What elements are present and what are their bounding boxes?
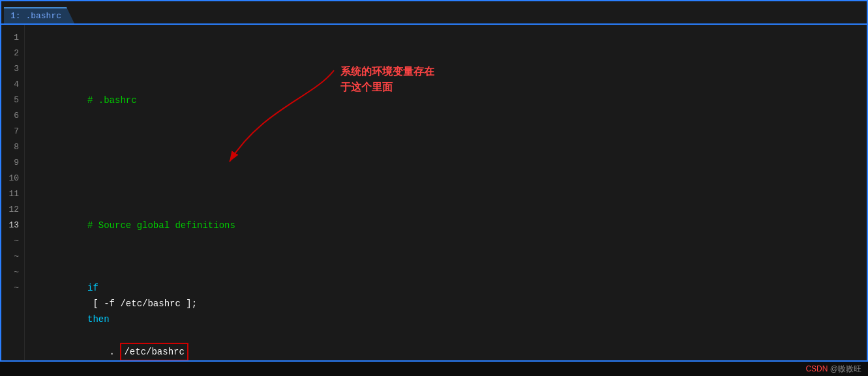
code-line-5: . /etc/bashrc [33, 327, 867, 343]
code-text: # Source global definitions [87, 220, 235, 231]
line-num-12: 12 [7, 202, 19, 218]
line-num-7: 7 [7, 124, 19, 139]
line-num-5: 5 [7, 93, 19, 108]
line-num-3: 3 [7, 61, 19, 77]
code-keyword-if: if [87, 283, 98, 293]
editor-area: 1 2 3 4 5 6 7 8 9 10 11 12 13 ~ ~ ~ ~ [1, 25, 867, 360]
code-line-2 [33, 139, 867, 155]
bashrc-highlight-box: /etc/bashrc [120, 343, 188, 360]
line-num-6: 6 [7, 108, 19, 124]
line-num-9: 9 [7, 155, 19, 171]
tab-label-text: 1: .bashrc [10, 11, 61, 21]
line-num-4: 4 [7, 77, 19, 93]
tab-bashrc[interactable]: 1: .bashrc [4, 7, 74, 23]
code-line-4: if [ -f /etc/bashrc ]; then [33, 265, 867, 280]
editor-window: 1: .bashrc 1 2 3 4 5 6 7 8 9 10 11 12 13… [0, 0, 868, 376]
line-num-1: 1 [7, 30, 19, 46]
code-text: # .bashrc [87, 95, 137, 106]
code-text: . [87, 347, 120, 357]
line-num-t4: ~ [7, 280, 19, 296]
code-line-3: # Source global definitions [33, 202, 867, 218]
code-keyword-then: then [87, 314, 110, 325]
bottom-user: @嗷嗷旺 [830, 364, 861, 373]
brand-name: CSDN [805, 364, 828, 373]
bottom-branding: CSDN @嗷嗷旺 [805, 364, 861, 375]
tab-bar: 1: .bashrc [1, 1, 867, 25]
line-num-8: 8 [7, 139, 19, 155]
line-num-10: 10 [7, 171, 19, 186]
bottom-bar: CSDN @嗷嗷旺 [0, 362, 868, 376]
line-num-13: 13 [7, 218, 19, 233]
line-num-t1: ~ [7, 233, 19, 249]
line-numbers: 1 2 3 4 5 6 7 8 9 10 11 12 13 ~ ~ ~ ~ [1, 25, 25, 360]
line-num-t3: ~ [7, 265, 19, 280]
line-num-2: 2 [7, 46, 19, 61]
code-text: [ -f /etc/bashrc ]; [87, 298, 202, 309]
line-num-t2: ~ [7, 249, 19, 265]
code-content[interactable]: # .bashrc # Source global definitions if… [25, 25, 867, 360]
code-line-1: # .bashrc [33, 77, 867, 93]
line-num-11: 11 [7, 186, 19, 202]
